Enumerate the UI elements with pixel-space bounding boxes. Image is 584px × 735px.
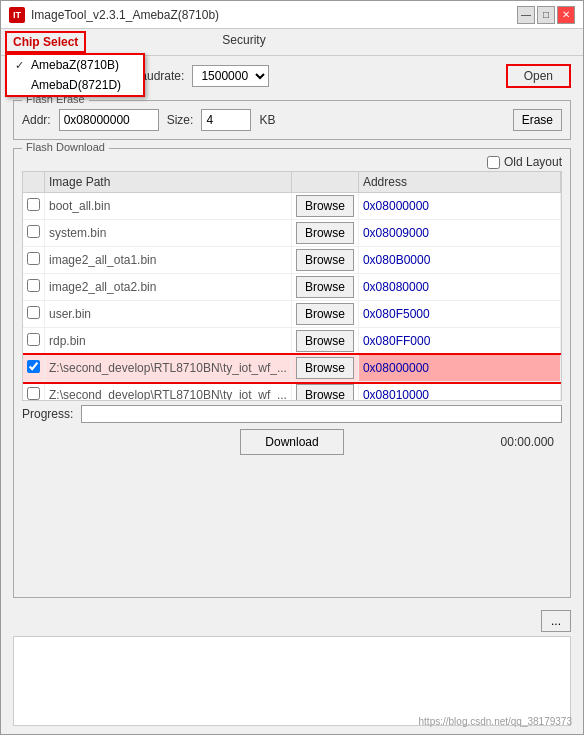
table-row: system.bin Browse 0x08009000: [23, 220, 561, 247]
browse-button[interactable]: Browse: [296, 384, 354, 401]
row-path: rdp.bin: [45, 328, 292, 355]
row-checkbox[interactable]: [27, 306, 40, 319]
flash-erase-content: Addr: Size: KB Erase: [22, 109, 562, 131]
row-check-cell[interactable]: [23, 247, 45, 274]
row-checkbox[interactable]: [27, 387, 40, 400]
old-layout-row: Old Layout: [22, 155, 562, 169]
row-browse-cell[interactable]: Browse: [291, 274, 358, 301]
row-check-cell[interactable]: [23, 193, 45, 220]
window-title: ImageTool_v2.3.1_AmebaZ(8710b): [31, 8, 219, 22]
row-address: 0x080F5000: [358, 301, 560, 328]
row-checkbox[interactable]: [27, 252, 40, 265]
download-button[interactable]: Download: [240, 429, 343, 455]
row-check-cell[interactable]: [23, 274, 45, 301]
row-browse-cell[interactable]: Browse: [291, 193, 358, 220]
row-address: 0x08009000: [358, 220, 560, 247]
row-checkbox-checked[interactable]: [27, 360, 40, 373]
watermark: https://blog.csdn.net/qq_38179373: [419, 716, 572, 727]
row-address: 0x080B0000: [358, 247, 560, 274]
row-browse-cell[interactable]: Browse: [291, 301, 358, 328]
table-row: rdp.bin Browse 0x080FF000: [23, 328, 561, 355]
old-layout-label: Old Layout: [504, 155, 562, 169]
main-window: IT ImageTool_v2.3.1_AmebaZ(8710b) — □ ✕ …: [0, 0, 584, 735]
row-path: system.bin: [45, 220, 292, 247]
row-path: image2_all_ota2.bin: [45, 274, 292, 301]
flash-download-label: Flash Download: [22, 141, 109, 153]
chip-select-menu[interactable]: Chip Select ✓ AmebaZ(8710B) AmebaD(8721D…: [5, 31, 86, 53]
open-button[interactable]: Open: [506, 64, 571, 88]
row-check-cell[interactable]: [23, 328, 45, 355]
chip-option-8721d[interactable]: AmebaD(8721D): [7, 75, 143, 95]
security-menu[interactable]: Security: [214, 31, 273, 53]
row-browse-cell[interactable]: Browse: [291, 220, 358, 247]
ellipsis-button[interactable]: ...: [541, 610, 571, 632]
timer-text: 00:00.000: [501, 435, 554, 449]
flash-erase-group: Flash Erase Addr: Size: KB Erase: [13, 100, 571, 140]
addr-input[interactable]: [59, 109, 159, 131]
browse-button[interactable]: Browse: [296, 303, 354, 325]
row-check-cell[interactable]: [23, 220, 45, 247]
title-bar: IT ImageTool_v2.3.1_AmebaZ(8710b) — □ ✕: [1, 1, 583, 29]
row-browse-cell[interactable]: Browse: [291, 355, 358, 382]
erase-button[interactable]: Erase: [513, 109, 562, 131]
progress-label: Progress:: [22, 407, 73, 421]
row-browse-cell[interactable]: Browse: [291, 382, 358, 402]
chip-option-8710b[interactable]: ✓ AmebaZ(8710B): [7, 55, 143, 75]
maximize-button[interactable]: □: [537, 6, 555, 24]
browse-button[interactable]: Browse: [296, 276, 354, 298]
row-path: Z:\second_develop\RTL8710BN\ty_iot_wf_..…: [45, 382, 292, 402]
row-address: 0x08010000: [358, 382, 560, 402]
row-check-cell[interactable]: [23, 301, 45, 328]
row-browse-cell[interactable]: Browse: [291, 328, 358, 355]
row-checkbox[interactable]: [27, 225, 40, 238]
old-layout-checkbox[interactable]: [487, 156, 500, 169]
col-check: [23, 172, 45, 193]
title-bar-left: IT ImageTool_v2.3.1_AmebaZ(8710b): [9, 7, 219, 23]
table-row: image2_all_ota1.bin Browse 0x080B0000: [23, 247, 561, 274]
table-row: boot_all.bin Browse 0x08000000: [23, 193, 561, 220]
col-address: Address: [358, 172, 560, 193]
row-address: 0x08000000: [358, 355, 560, 382]
row-check-cell[interactable]: [23, 382, 45, 402]
row-address: 0x080FF000: [358, 328, 560, 355]
row-path: user.bin: [45, 301, 292, 328]
table-row: user.bin Browse 0x080F5000: [23, 301, 561, 328]
progress-row: Progress:: [22, 405, 562, 423]
table-row: Z:\second_develop\RTL8710BN\ty_iot_wf_..…: [23, 382, 561, 402]
bottom-section: ...: [13, 610, 571, 726]
browse-button[interactable]: Browse: [296, 330, 354, 352]
browse-button[interactable]: Browse: [296, 222, 354, 244]
chip-select-dropdown: ✓ AmebaZ(8710B) AmebaD(8721D): [5, 53, 145, 97]
browse-button[interactable]: Browse: [296, 195, 354, 217]
image-table-container[interactable]: Image Path Address boot_all.bin Browse 0…: [22, 171, 562, 401]
checkmark-icon: ✓: [15, 59, 27, 72]
row-path: image2_all_ota1.bin: [45, 247, 292, 274]
row-browse-cell[interactable]: Browse: [291, 247, 358, 274]
col-browse-header: [291, 172, 358, 193]
row-checkbox[interactable]: [27, 279, 40, 292]
row-path: Z:\second_develop\RTL8710BN\ty_iot_wf_..…: [45, 355, 292, 382]
chip-select-label[interactable]: Chip Select: [5, 31, 86, 53]
download-row: Download 00:00.000: [22, 429, 562, 455]
table-row: image2_all_ota2.bin Browse 0x08080000: [23, 274, 561, 301]
minimize-button[interactable]: —: [517, 6, 535, 24]
row-address: 0x08080000: [358, 274, 560, 301]
addr-label: Addr:: [22, 113, 51, 127]
browse-button[interactable]: Browse: [296, 357, 354, 379]
browse-button[interactable]: Browse: [296, 249, 354, 271]
row-path: boot_all.bin: [45, 193, 292, 220]
size-label: Size:: [167, 113, 194, 127]
kb-label: KB: [259, 113, 275, 127]
title-buttons: — □ ✕: [517, 6, 575, 24]
size-input[interactable]: [201, 109, 251, 131]
row-checkbox[interactable]: [27, 198, 40, 211]
baudrate-select[interactable]: 1500000: [192, 65, 269, 87]
col-image-path: Image Path: [45, 172, 292, 193]
row-check-cell[interactable]: [23, 355, 45, 382]
flash-download-group: Flash Download Old Layout Image Path Add…: [13, 148, 571, 598]
row-checkbox[interactable]: [27, 333, 40, 346]
content-area: COM: COM19 Baudrate: 1500000 Open Flash …: [1, 56, 583, 734]
image-table: Image Path Address boot_all.bin Browse 0…: [23, 172, 561, 401]
close-button[interactable]: ✕: [557, 6, 575, 24]
progress-bar: [81, 405, 562, 423]
